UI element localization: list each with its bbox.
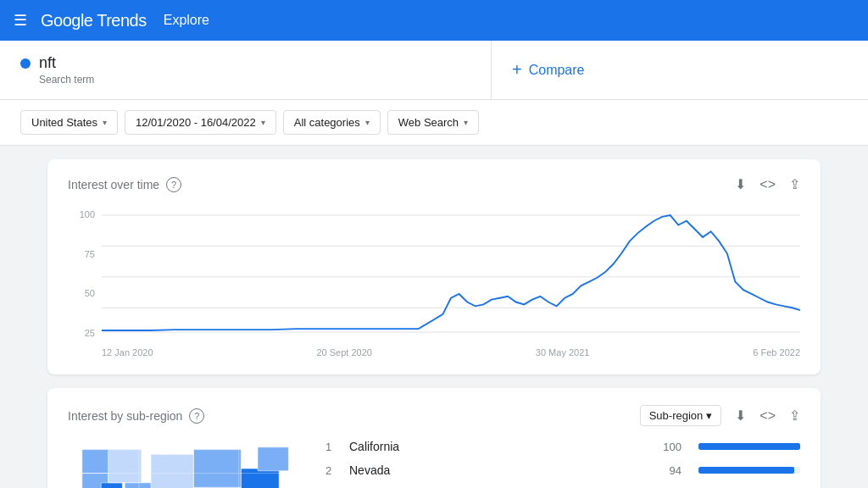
svg-rect-21 (258, 447, 288, 471)
svg-rect-20 (241, 469, 279, 488)
embed-code-icon[interactable]: <> (760, 177, 776, 192)
compare-plus-icon: + (512, 60, 522, 80)
interest-chart-svg (102, 206, 800, 341)
sub-region-controls: Sub-region ▾ ⬇ <> ⇪ (640, 405, 800, 426)
term-color-dot (20, 58, 31, 69)
rank-bar-container-nevada (698, 467, 800, 474)
sub-region-dropdown-label: Sub-region (649, 409, 704, 422)
compare-box[interactable]: + Compare (492, 41, 797, 99)
interest-by-sub-region-card: Interest by sub-region ? Sub-region ▾ ⬇ … (47, 388, 821, 488)
card-title-area-interest: Interest over time ? (68, 177, 181, 192)
card-header-interest: Interest over time ? ⬇ <> ⇪ (68, 176, 800, 192)
region-label: United States (31, 116, 97, 129)
svg-rect-17 (193, 450, 241, 488)
y-label-100: 100 (68, 209, 95, 219)
x-axis-labels: 12 Jan 2020 20 Sept 2020 30 May 2021 6 F… (102, 347, 800, 358)
google-trends-logo: Google Trends (41, 11, 147, 30)
filters-bar: United States ▾ 12/01/2020 - 16/04/2022 … (0, 100, 868, 146)
interest-over-time-title: Interest over time (68, 178, 159, 191)
rank-name-nevada: Nevada (349, 463, 646, 477)
compare-label: Compare (529, 63, 585, 78)
search-type-filter-label: Web Search (398, 116, 459, 129)
region-arrow-icon: ▾ (103, 118, 107, 127)
categories-label: All categories (294, 116, 360, 129)
rank-num-1: 1 (326, 441, 339, 453)
rank-row-1: 1 California 100 (326, 440, 800, 453)
search-type-arrow-icon: ▾ (464, 118, 468, 127)
rank-row-2: 2 Nevada 94 (326, 463, 800, 477)
search-type-filter[interactable]: Web Search ▾ (387, 110, 479, 135)
rank-num-2: 2 (326, 464, 339, 477)
svg-rect-10 (108, 450, 142, 483)
x-label-jan2020: 12 Jan 2020 (102, 347, 153, 358)
y-axis-labels: 100 75 50 25 (68, 206, 95, 341)
x-label-sept2020: 20 Sept 2020 (316, 347, 371, 358)
categories-filter[interactable]: All categories ▾ (283, 110, 381, 135)
sub-region-title: Interest by sub-region (68, 409, 182, 423)
date-arrow-icon: ▾ (261, 118, 265, 127)
search-term-text: nft (39, 54, 56, 72)
search-term-box: nft Search term (0, 41, 492, 99)
x-label-feb2022: 6 Feb 2022 (753, 347, 800, 358)
x-label-may2021: 30 May 2021 (536, 347, 590, 358)
explore-label: Explore (164, 13, 209, 28)
search-type-label: Search term (39, 74, 470, 86)
header: ☰ Google Trends Explore (0, 0, 868, 41)
share-icon[interactable]: ⇪ (789, 176, 800, 192)
sub-region-share-icon[interactable]: ⇪ (789, 408, 800, 424)
sub-region-embed-icon[interactable]: <> (760, 408, 776, 424)
card-title-area-subregion: Interest by sub-region ? (68, 408, 204, 424)
y-label-75: 75 (68, 249, 95, 259)
date-filter[interactable]: 12/01/2020 - 16/04/2022 ▾ (125, 110, 276, 135)
sub-region-content: 1 California 100 2 Nevada 94 3 (68, 440, 800, 488)
rank-value-california: 100 (656, 441, 682, 453)
download-icon[interactable]: ⬇ (735, 176, 746, 192)
interest-over-time-help-icon[interactable]: ? (166, 177, 181, 192)
y-label-25: 25 (68, 328, 95, 338)
us-map-area (68, 440, 305, 488)
sub-region-dropdown-arrow: ▾ (706, 409, 712, 422)
svg-rect-6 (82, 450, 111, 474)
sub-region-header: Interest by sub-region ? Sub-region ▾ ⬇ … (68, 405, 800, 426)
menu-icon[interactable]: ☰ (14, 11, 27, 30)
rank-bar-california (698, 443, 800, 450)
us-map-svg (68, 440, 305, 488)
sub-region-download-icon[interactable]: ⬇ (735, 408, 746, 424)
y-label-50: 50 (68, 288, 95, 298)
categories-arrow-icon: ▾ (365, 118, 370, 127)
search-term-label: nft (20, 54, 470, 72)
svg-rect-9 (101, 483, 122, 488)
svg-rect-14 (151, 454, 193, 488)
card-actions-interest: ⬇ <> ⇪ (735, 176, 800, 192)
sub-region-dropdown[interactable]: Sub-region ▾ (640, 405, 722, 426)
interest-over-time-card: Interest over time ? ⬇ <> ⇪ 100 75 50 25 (47, 159, 821, 374)
rank-name-california: California (349, 440, 646, 453)
rank-value-nevada: 94 (656, 464, 682, 477)
sub-region-help-icon[interactable]: ? (189, 408, 204, 424)
search-area: nft Search term + Compare (0, 41, 868, 100)
region-filter[interactable]: United States ▾ (20, 110, 118, 135)
rank-bar-container-california (698, 443, 800, 450)
date-range-label: 12/01/2020 - 16/04/2022 (136, 116, 256, 129)
rankings-area: 1 California 100 2 Nevada 94 3 (326, 440, 800, 488)
main-content: Interest over time ? ⬇ <> ⇪ 100 75 50 25 (27, 146, 841, 488)
rank-bar-nevada (698, 467, 794, 474)
